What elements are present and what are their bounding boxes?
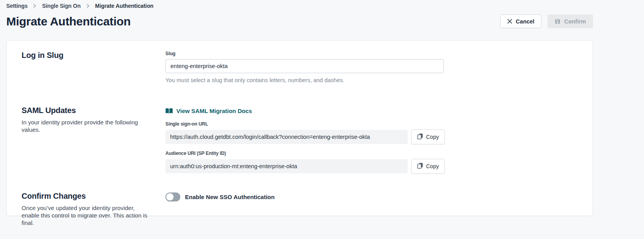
chevron-right-icon — [33, 4, 36, 8]
header-actions: Cancel Confirm — [500, 14, 593, 28]
confirm-changes-heading: Confirm Changes — [22, 192, 165, 201]
enable-sso-toggle-label: Enable New SSO Authentication — [185, 194, 275, 200]
migrate-auth-card: Log in Slug Slug You must select a slug … — [6, 40, 593, 216]
enable-sso-toggle[interactable] — [165, 192, 180, 201]
breadcrumb-single-sign-on[interactable]: Single Sign On — [42, 3, 80, 9]
copy-sso-url-button[interactable]: Copy — [411, 129, 445, 144]
saml-updates-heading: SAML Updates — [22, 106, 165, 115]
slug-input[interactable] — [165, 59, 444, 73]
slug-label: Slug — [165, 51, 578, 56]
cancel-button[interactable]: Cancel — [500, 14, 542, 28]
login-slug-heading: Log in Slug — [22, 51, 165, 60]
confirm-button-label: Confirm — [564, 18, 586, 25]
copy-icon — [417, 133, 423, 141]
section-confirm-changes: Confirm Changes Once you’ve updated your… — [22, 192, 578, 226]
audience-uri-label: Audience URI (SP Entity ID) — [165, 151, 578, 156]
book-icon — [165, 108, 173, 114]
toggle-knob — [166, 193, 174, 201]
page-container: Settings Single Sign On Migrate Authenti… — [6, 0, 593, 216]
slug-help-text: You must select a slug that only contain… — [165, 77, 578, 83]
copy-button-label: Copy — [426, 163, 439, 169]
confirm-changes-description: Once you’ve updated your identity provid… — [22, 204, 151, 226]
close-icon — [507, 19, 512, 24]
view-saml-migration-docs-link[interactable]: View SAML Migration Docs — [165, 108, 252, 114]
page-title: Migrate Authentication — [6, 15, 131, 28]
cancel-button-label: Cancel — [516, 18, 535, 25]
save-icon — [555, 18, 561, 24]
confirm-button[interactable]: Confirm — [548, 14, 593, 28]
chevron-right-icon — [86, 4, 90, 8]
copy-icon — [417, 162, 423, 170]
page-header: Migrate Authentication Cancel Confirm — [6, 14, 593, 28]
copy-button-label: Copy — [426, 134, 439, 140]
audience-uri-value: urn:auth0:us-production-mt:enteng-enterp… — [165, 159, 408, 173]
breadcrumb-migrate-authentication: Migrate Authentication — [95, 3, 154, 9]
section-saml-updates: SAML Updates In your identity provider p… — [22, 106, 578, 174]
section-login-slug: Log in Slug Slug You must select a slug … — [22, 51, 578, 83]
copy-audience-uri-button[interactable]: Copy — [411, 159, 445, 174]
sso-url-label: Single sign-on URL — [165, 121, 578, 127]
saml-updates-description: In your identity provider provide the fo… — [22, 119, 151, 133]
breadcrumb-settings[interactable]: Settings — [6, 3, 27, 9]
breadcrumb: Settings Single Sign On Migrate Authenti… — [6, 0, 593, 9]
sso-url-value: https://auth.cloud.getdbt.com/login/call… — [165, 130, 408, 144]
view-saml-migration-docs-label: View SAML Migration Docs — [176, 108, 252, 114]
